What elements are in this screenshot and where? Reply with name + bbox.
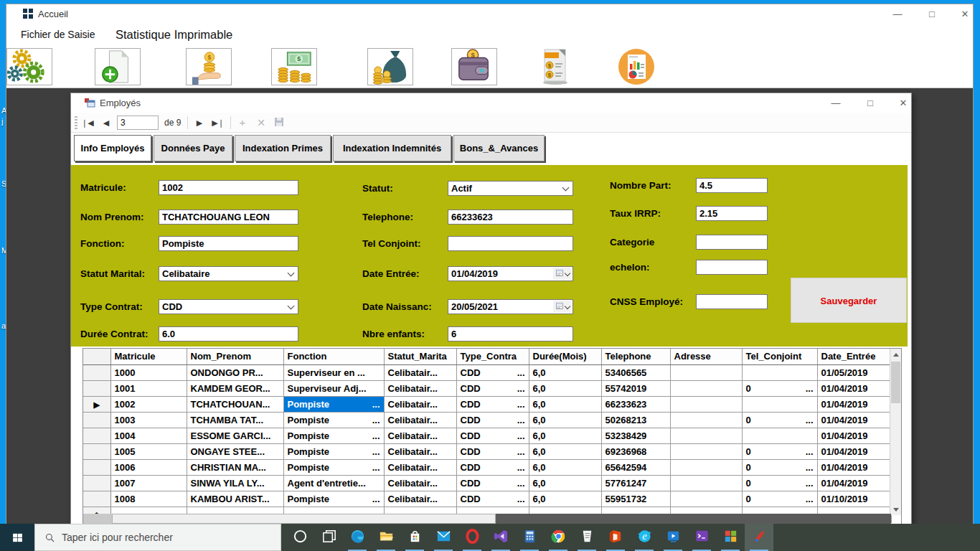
grid-column-header[interactable]: Date_Entrée <box>817 349 891 364</box>
grid-cell[interactable]: Pompiste... <box>283 412 384 428</box>
row-header[interactable] <box>83 491 110 507</box>
maximize-button[interactable]: □ <box>918 4 946 24</box>
grid-cell[interactable] <box>742 364 817 380</box>
chevron-down-icon[interactable] <box>562 184 570 192</box>
move-first-button[interactable]: ❘◀ <box>80 115 95 131</box>
scroll-down-arrow[interactable] <box>890 504 902 515</box>
grid-column-header[interactable]: Fonction <box>283 349 384 364</box>
grid-cell[interactable]: Superviseur en ... <box>283 364 384 380</box>
grid-cell[interactable]: 69236968 <box>601 443 670 459</box>
tab-indexation-indemnit-s[interactable]: Indexation Indemnités <box>333 135 451 161</box>
grid-cell[interactable]: Pompiste... <box>283 491 384 507</box>
grid-cell[interactable]: 1005 <box>110 443 187 459</box>
grid-cell[interactable]: 1003 <box>110 412 187 428</box>
grid-cell[interactable]: Pompiste... <box>283 396 384 412</box>
grid-cell[interactable]: 0... <box>742 443 817 459</box>
row-header[interactable] <box>83 428 110 443</box>
tab-donn-es-paye[interactable]: Données Paye <box>154 135 232 161</box>
grid-cell[interactable] <box>742 428 817 443</box>
field-nom-prenom[interactable]: TCHATCHOUANG LEON <box>159 209 298 225</box>
grid-cell[interactable]: 1008 <box>110 491 187 507</box>
datepicker-date-naissanc[interactable]: 20/05/2021 <box>448 299 573 314</box>
grid-cell[interactable]: 53406565 <box>601 364 670 380</box>
move-next-button[interactable]: ▶ <box>192 115 207 131</box>
taskbar-icon-opera[interactable] <box>458 524 486 551</box>
grid-column-header[interactable]: Statut_Marita <box>384 349 456 364</box>
grid-cell[interactable] <box>742 396 817 412</box>
grid-cell[interactable]: ONDONGO PR... <box>187 364 283 380</box>
grid-column-header[interactable]: Telephone <box>601 349 670 364</box>
calendar-dropdown-button[interactable] <box>553 301 572 313</box>
menu-item-statistique-imprimable[interactable]: Statistique Imprimable <box>116 24 232 46</box>
field-cnss-employ[interactable] <box>696 294 768 309</box>
grid-cell[interactable]: 0... <box>742 475 817 491</box>
grid-cell[interactable] <box>670 459 742 475</box>
grid-cell[interactable]: 55742019 <box>601 380 670 396</box>
row-header[interactable] <box>83 364 110 380</box>
horizontal-scrollbar[interactable] <box>83 514 891 524</box>
add-document-button[interactable] <box>95 48 141 85</box>
taskbar-icon-file-explorer[interactable] <box>372 524 400 551</box>
vertical-scrollbar-thumb[interactable] <box>891 362 900 403</box>
field-dur-e-contrat[interactable]: 6.0 <box>159 326 298 342</box>
grid-cell[interactable]: 01/04/2019 <box>817 428 891 443</box>
field-echelon[interactable] <box>696 260 768 275</box>
grid-cell[interactable]: Celibatair... <box>384 380 456 396</box>
taskbar-icon-internet-explorer[interactable]: e <box>630 524 659 551</box>
grid-cell[interactable]: 6,0 <box>529 364 601 380</box>
grid-cell[interactable]: 6,0 <box>529 475 601 491</box>
grid-cell[interactable]: 6,0 <box>529 443 601 459</box>
grid-cell[interactable] <box>670 475 742 491</box>
tab-indexation-primes[interactable]: Indexation Primes <box>235 135 331 161</box>
grid-cell[interactable]: Celibatair... <box>384 412 456 428</box>
grid-cell[interactable]: 1001 <box>110 380 187 396</box>
move-last-button[interactable]: ▶❘ <box>210 115 226 131</box>
grid-cell[interactable]: 1004 <box>110 428 187 443</box>
save-button[interactable]: Sauvegarder <box>791 278 907 323</box>
grid-cell[interactable] <box>670 443 742 459</box>
taskbar-icon-visual-studio[interactable] <box>486 524 515 551</box>
grid-cell[interactable]: CDD... <box>456 443 529 459</box>
grid-cell[interactable]: 55951732 <box>601 491 670 507</box>
field-telephone[interactable]: 66233623 <box>448 209 573 225</box>
grid-column-header[interactable]: Tel_Conjoint <box>742 349 817 364</box>
grid-cell[interactable]: 0... <box>742 491 817 507</box>
grid-column-header[interactable]: Type_Contra <box>456 349 529 364</box>
grid-cell[interactable]: 6,0 <box>529 491 601 507</box>
cash-payment-button[interactable]: $ <box>271 48 317 85</box>
grid-cell[interactable] <box>670 364 742 380</box>
save-data-icon[interactable] <box>273 116 285 128</box>
calendar-dropdown-button[interactable] <box>553 268 572 280</box>
chevron-down-icon[interactable] <box>288 270 295 277</box>
taskbar-icon-app-grid[interactable] <box>716 524 745 551</box>
vertical-scrollbar[interactable] <box>890 349 901 515</box>
grid-cell[interactable]: 0... <box>742 380 817 396</box>
datepicker-date-entr-e[interactable]: 01/04/2019 <box>448 266 573 281</box>
taskbar-icon-store[interactable] <box>400 524 429 551</box>
grid-cell[interactable]: 6,0 <box>529 380 601 396</box>
main-window-titlebar[interactable]: Accueil — □ ✕ <box>6 4 973 24</box>
report-chart-button[interactable] <box>613 48 659 85</box>
invoice-button[interactable]: $$ <box>532 48 578 85</box>
minimize-button[interactable]: — <box>883 4 912 24</box>
grid-cell[interactable]: 01/04/2019 <box>817 380 891 396</box>
wallet-button[interactable]: $ <box>451 48 497 85</box>
taskbar-icon-movies-tv[interactable] <box>659 524 687 551</box>
menu-item-fichier-de-saisie[interactable]: Fichier de Saisie <box>21 24 95 46</box>
employees-window-titlebar[interactable]: Employés — □ ✕ <box>71 93 911 113</box>
salary-hand-button[interactable]: $ <box>186 48 232 85</box>
delete-button[interactable]: ✕ <box>253 115 269 131</box>
field-categorie[interactable] <box>696 235 768 250</box>
tab-bons-avances[interactable]: Bons_&_Avances <box>453 135 545 161</box>
grid-cell[interactable]: 01/04/2019 <box>817 412 891 428</box>
grid-cell[interactable]: Pompiste... <box>283 443 384 459</box>
grid-column-header[interactable]: Nom_Prenom <box>187 349 283 364</box>
taskbar-icon-cortana[interactable] <box>286 524 314 551</box>
row-header[interactable] <box>83 475 110 491</box>
grid-cell[interactable]: 1006 <box>110 459 187 475</box>
grid-cell[interactable]: ONGAYE STEE... <box>187 443 283 459</box>
grid-column-header[interactable]: Matricule <box>110 349 187 364</box>
row-header[interactable] <box>83 412 110 428</box>
row-header[interactable] <box>83 443 110 459</box>
grid-cell[interactable]: Pompiste... <box>283 459 384 475</box>
